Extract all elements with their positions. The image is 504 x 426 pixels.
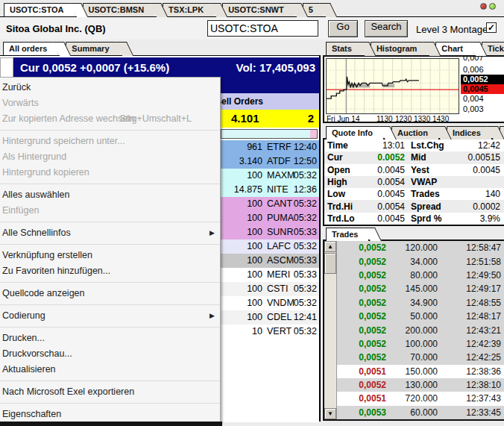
tab-chart[interactable]: Chart — [435, 42, 473, 56]
menu-separator — [0, 219, 220, 225]
sell-order-row[interactable]: 100PUMA05:32 — [221, 211, 319, 225]
tab-usotc-stoa[interactable]: USOTC:STOA — [4, 3, 75, 17]
trades-scrollbar[interactable]: ▲ ▼ — [324, 241, 337, 419]
tab-trades[interactable]: Trades — [326, 228, 368, 241]
menu-item-druckvorschau[interactable]: Druckvorschau... — [0, 346, 220, 362]
tab-quote-info[interactable]: Quote Info — [326, 126, 383, 140]
sell-order-row[interactable]: 100CDEL12:41 — [221, 310, 319, 325]
order-size: 100 — [221, 197, 262, 211]
menu-item-aktualisieren[interactable]: Aktualisieren — [0, 362, 220, 378]
tab-summary[interactable]: Summary — [66, 42, 119, 56]
menu-separator — [0, 279, 220, 286]
status-green-dot-icon — [489, 3, 496, 10]
tab-label-quote-info: Quote Info — [332, 128, 373, 137]
sell-order-row[interactable]: 100CSTI05:32 — [221, 282, 319, 296]
trade-size: 120.000 — [389, 242, 438, 253]
best-ask-size: 4.101 — [231, 110, 259, 128]
tab-label-usotc-stoa: USOTC:STOA — [10, 5, 64, 14]
sell-order-row[interactable]: 3.140ATDF12:50 — [221, 154, 319, 169]
quote-label: Spread — [405, 201, 451, 212]
sell-order-row[interactable]: 14.875NITE12:36 — [221, 183, 319, 197]
level3-montage-checkbox[interactable]: ✓ — [486, 22, 497, 33]
quote-row: Cur0.0052Mid0.00515 — [324, 151, 504, 163]
book-corner-cell — [0, 57, 13, 78]
order-time: 12:41 — [294, 310, 317, 325]
sell-order-row[interactable]: 100SUNR05:33 — [221, 225, 319, 239]
tab-all-orders[interactable]: All orders — [3, 42, 57, 56]
menu-item-verkn-pfung-erstellen[interactable]: Verknüpfung erstellen — [0, 248, 220, 263]
sell-order-row[interactable]: 100MAXM05:32 — [221, 169, 319, 183]
tab-label-auction: Auction — [397, 128, 428, 137]
menu-item-label: Alles auswählen — [2, 189, 69, 200]
scroll-down-icon[interactable]: ▼ — [324, 408, 336, 419]
symbol-input[interactable] — [207, 20, 318, 37]
order-size: 100 — [221, 239, 262, 254]
trade-size: 150.000 — [389, 366, 438, 377]
menu-item-drucken[interactable]: Drucken... — [0, 331, 220, 346]
quote-value: 0.0054 — [363, 177, 405, 187]
sell-order-row[interactable]: 10VERT05:32 — [221, 325, 319, 339]
tab-label-stats: Stats — [332, 44, 352, 53]
sell-order-row[interactable]: 100VNDM05:32 — [221, 296, 319, 310]
menu-item-quellcode-anzeigen[interactable]: Quellcode anzeigen — [0, 286, 220, 301]
menu-separator — [0, 181, 220, 187]
trade-price: 0,0051 — [350, 366, 386, 377]
menu-item-nach-microsoft-exel-exportieren[interactable]: Nach Microsoft Exel exportieren — [0, 384, 220, 400]
x-tick-label: 1130 — [377, 115, 393, 123]
trade-row: 0,0052100.00012:42:39 — [337, 337, 504, 351]
menu-item-zu-favoriten-hinzuf-gen[interactable]: Zu Favoriten hinzufügen... — [0, 263, 220, 279]
tab-indices[interactable]: Indices — [447, 126, 491, 140]
trade-size: 70.000 — [389, 352, 438, 363]
sell-order-row[interactable]: 100MERI05:33 — [221, 268, 319, 282]
current-price-text: Cur 0,0052 +0,0007 (+15.6%) — [20, 57, 169, 78]
tab-stats[interactable]: Stats — [326, 42, 362, 56]
volume-text: Vol: 17,405,093 — [236, 57, 315, 78]
menu-item-alles-ausw-hlen[interactable]: Alles auswählen — [0, 187, 220, 203]
tab-tsx-lpk[interactable]: TSX:LPK — [163, 3, 214, 17]
quote-value: 3.9% — [451, 213, 504, 224]
sell-order-row[interactable]: 100ASCM05:33 — [221, 254, 319, 268]
sell-order-row[interactable]: 100LAFC05:32 — [221, 239, 319, 254]
sell-order-row[interactable]: 100CANT05:32 — [221, 197, 319, 211]
menu-item-label: Hintergrund kopieren — [2, 167, 89, 178]
tab-label-chart: Chart — [441, 44, 463, 53]
tab-usotc-bmsn[interactable]: USOTC:BMSN — [83, 3, 155, 17]
menu-separator — [0, 241, 220, 248]
trade-time: 12:43:21 — [466, 325, 501, 336]
tab-histogram[interactable]: Histogram — [371, 42, 427, 56]
best-ask-row[interactable]: 4.101 2 — [221, 110, 319, 128]
order-time: 12:50 — [294, 154, 317, 169]
quote-row: High0.0054VWAP — [324, 176, 504, 188]
order-time: 05:32 — [294, 296, 317, 310]
scroll-up-icon[interactable]: ▲ — [324, 241, 336, 252]
trade-size: 720.000 — [389, 393, 438, 404]
quote-label: Trd.Lo — [324, 213, 363, 224]
tab-usotc-snwt[interactable]: USOTC:SNWT — [222, 3, 294, 17]
menu-item-shortcut: Strg+Umschalt+L — [119, 111, 192, 127]
x-tick-label: 1330 — [414, 115, 430, 123]
menu-item-label: Aktualisieren — [2, 364, 56, 375]
tab-label-usotc-bmsn: USOTC:BMSN — [89, 5, 145, 14]
sell-orders-panel: Sell Orders 4.101 2 961ETRF12:403.140ATD… — [221, 93, 319, 422]
trade-row: 0,005234.90012:48:55 — [337, 296, 504, 310]
quote-row: Time13:01Lst.Chg12:42 — [324, 140, 504, 151]
submenu-arrow-icon: ▶ — [210, 225, 215, 241]
go-button[interactable]: Go — [328, 20, 358, 37]
tab-label-tickscope: TickScope — [488, 44, 504, 53]
x-tick-label: 1430 — [432, 115, 449, 123]
sell-order-row[interactable]: 961ETRF12:40 — [221, 140, 319, 154]
order-time: 12:36 — [294, 183, 317, 197]
quote-label: Trd.Hi — [324, 201, 363, 212]
sell-orders-list: 961ETRF12:403.140ATDF12:50100MAXM05:3214… — [221, 140, 319, 339]
tab-auction[interactable]: Auction — [391, 126, 438, 140]
menu-item-zur-ck[interactable]: Zurück — [0, 80, 220, 95]
scrollbar-thumb[interactable] — [324, 253, 336, 274]
search-button[interactable]: Search — [365, 20, 408, 37]
menu-item-label: Einfügen — [2, 205, 39, 216]
menu-item-eigenschaften[interactable]: Eigenschaften — [0, 407, 220, 422]
best-ask-count: 2 — [308, 110, 314, 128]
trade-row: 0,005360.00012:33:45 — [337, 406, 504, 419]
menu-item-alle-schnellinfos[interactable]: Alle Schnellinfos▶ — [0, 225, 220, 241]
menu-item-codierung[interactable]: Codierung▶ — [0, 308, 220, 324]
trade-time: 12:58:47 — [466, 242, 501, 253]
